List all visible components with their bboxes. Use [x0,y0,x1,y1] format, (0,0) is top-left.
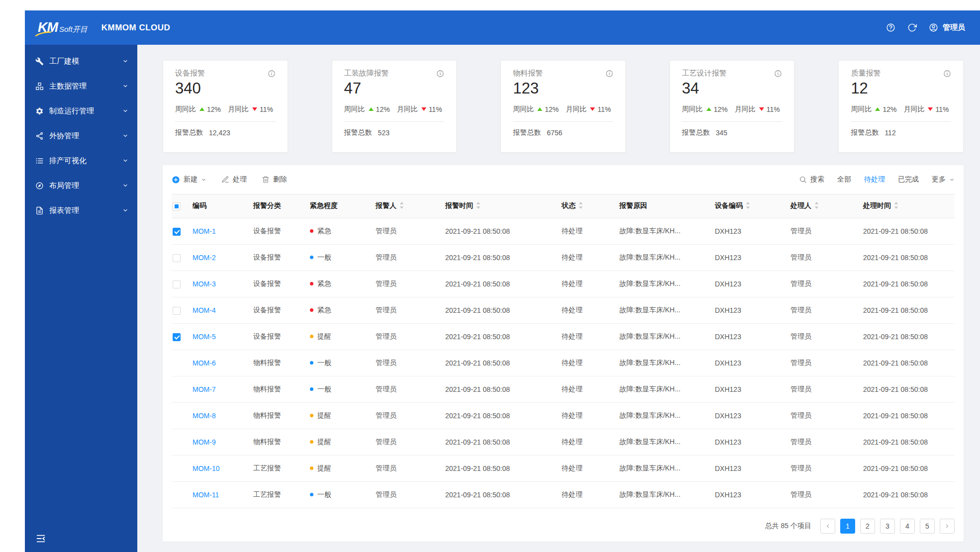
column-header-label: 报警分类 [253,202,281,210]
page-button-2[interactable]: 2 [860,519,875,534]
alarm-reason: 故障:数显车床/KH... [619,279,681,287]
card-title: 设备报警 [175,69,205,78]
info-circle-icon[interactable] [943,70,951,78]
month-trend-value: 11% [260,105,273,113]
device-code: DXH123 [715,438,741,446]
table-row: MOM-1 设备报警 紧急 管理员 2021-09-21 08:50:08 待处… [172,218,955,245]
filter-pending[interactable]: 待处理 [864,175,885,184]
alarm-code-link[interactable]: MOM-1 [193,227,216,235]
column-header[interactable]: 处理时间 [859,194,955,218]
filter-done[interactable]: 已完成 [898,175,919,184]
report-time: 2021-09-21 08:50:08 [445,464,510,472]
column-header[interactable]: 报警时间 [441,194,558,218]
row-checkbox[interactable] [173,254,181,262]
help-icon[interactable] [886,23,895,32]
stat-cards: 设备报警 340 周同比 12% 月同比 11% 报警总数 12,423 工装故… [163,60,964,153]
sidebar-item-1[interactable]: 工厂建模 [25,49,137,74]
next-page-button[interactable] [940,519,955,534]
row-checkbox[interactable] [173,307,181,315]
alarm-reason: 故障:数显车床/KH... [619,438,681,446]
sort-icon [814,202,819,209]
urgency-label: 紧急 [317,227,331,235]
sidebar-item-2[interactable]: 主数据管理 [25,74,137,98]
page-button-3[interactable]: 3 [880,519,895,534]
alarm-code-link[interactable]: MOM-11 [193,491,219,499]
info-circle-icon[interactable] [436,70,444,78]
alarm-code-link[interactable]: MOM-4 [193,306,216,314]
new-button[interactable]: 新建 [172,175,206,184]
row-checkbox[interactable] [173,280,181,288]
alarm-reason: 故障:数显车床/KH... [619,490,681,498]
alarm-code-link[interactable]: MOM-9 [193,438,216,446]
page-button-4[interactable]: 4 [900,519,915,534]
status-text: 待处理 [562,411,583,419]
stat-card-3: 物料报警 123 周同比 12% 月同比 11% 报警总数 6756 [500,60,626,153]
pagination-total: 总共 85 个项目 [765,522,811,531]
info-circle-icon[interactable] [268,70,276,78]
filter-all[interactable]: 全部 [837,175,851,184]
alarm-code-link[interactable]: MOM-8 [193,412,216,420]
month-trend-label: 月同比 [735,105,756,114]
total-value: 345 [716,129,727,137]
month-trend-label: 月同比 [397,105,418,114]
select-all-checkbox[interactable] [173,202,181,210]
row-checkbox[interactable] [173,333,181,341]
sidebar-item-4[interactable]: 外协管理 [25,123,137,148]
alarm-code-link[interactable]: MOM-10 [193,464,219,472]
column-header[interactable]: 报警人 [372,194,441,218]
alarm-code-link[interactable]: MOM-7 [193,385,216,393]
sidebar-item-6[interactable]: 布局管理 [25,173,137,198]
alarm-code-link[interactable]: MOM-5 [193,333,216,341]
sort-icon [476,202,481,209]
column-header[interactable]: 设备编码 [711,194,786,218]
alarm-code-link[interactable]: MOM-2 [193,254,216,262]
week-trend-label: 周同比 [513,105,534,114]
user-name: 管理员 [943,23,965,32]
delete-button[interactable]: 删除 [262,175,287,184]
chevron-down-icon [122,108,128,114]
sidebar-item-label: 布局管理 [49,181,122,190]
search-button[interactable]: 搜索 [799,175,824,184]
column-header: 紧急程度 [306,194,372,218]
alarm-code-link[interactable]: MOM-6 [193,359,216,367]
column-header[interactable]: 处理人 [786,194,859,218]
alarm-category: 工艺报警 [253,464,281,472]
prev-page-button[interactable] [820,519,835,534]
page-button-1[interactable]: 1 [840,519,855,534]
report-time: 2021-09-21 08:50:08 [445,280,510,288]
info-circle-icon[interactable] [605,70,613,78]
column-header[interactable]: 状态 [558,194,615,218]
column-header-label: 设备编码 [715,202,743,210]
chevron-down-icon [122,83,128,89]
urgency-dot [310,256,313,259]
info-circle-icon[interactable] [774,70,782,78]
sidebar-item-7[interactable]: 报表管理 [25,198,137,223]
week-trend-value: 12% [207,105,221,113]
page-list: 12345 [840,519,935,534]
device-code: DXH123 [715,227,741,235]
status-text: 待处理 [562,359,583,367]
device-code: DXH123 [715,359,741,367]
urgency-dot [310,387,313,391]
user-menu[interactable]: 管理员 [929,23,965,32]
collapse-sidebar-icon[interactable] [35,533,46,544]
report-time: 2021-09-21 08:50:08 [445,385,510,393]
handle-time: 2021-09-21 08:50:08 [863,254,928,262]
sidebar-item-5[interactable]: 排产可视化 [25,148,137,173]
reporter-name: 管理员 [376,385,396,393]
report-time: 2021-09-21 08:50:08 [445,359,510,367]
user-icon [929,23,938,32]
document-icon [35,206,44,215]
process-button[interactable]: 处理 [221,175,247,184]
alarm-code-link[interactable]: MOM-3 [193,280,216,288]
handler-name: 管理员 [790,253,811,261]
reporter-name: 管理员 [376,464,396,472]
sidebar-item-3[interactable]: 制造运行管理 [25,98,137,123]
page-button-5[interactable]: 5 [920,519,935,534]
urgency-dot [310,466,313,470]
more-button[interactable]: 更多 [932,175,955,184]
alarm-category: 物料报警 [253,385,281,393]
urgency-label: 一般 [317,490,331,498]
refresh-icon[interactable] [907,23,917,32]
row-checkbox[interactable] [173,228,181,236]
